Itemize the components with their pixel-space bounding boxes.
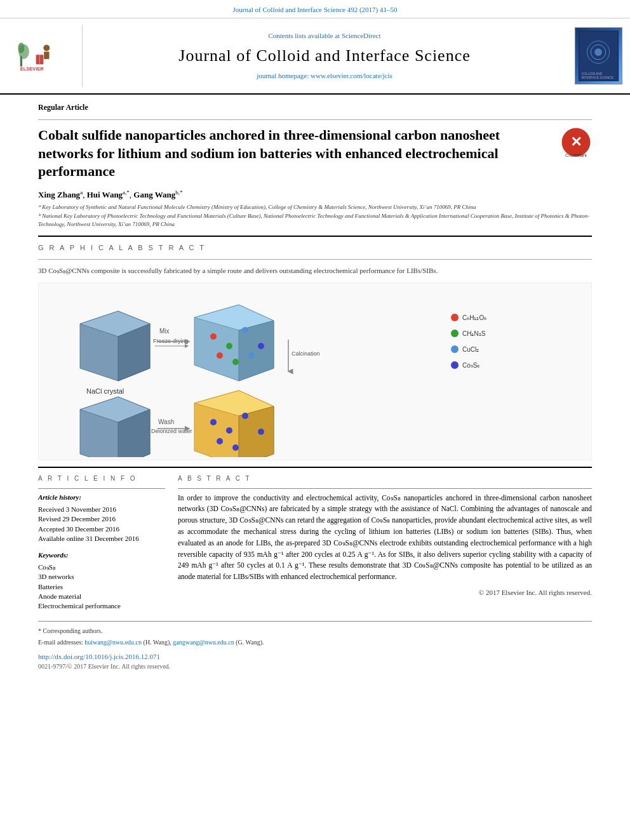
journal-title-text: Journal of Colloid and Interface Science bbox=[178, 44, 470, 67]
svg-point-45 bbox=[226, 427, 232, 434]
svg-point-28 bbox=[210, 333, 217, 340]
email-hui-wang[interactable]: huiwang@nwu.edu.cn bbox=[84, 639, 142, 646]
accepted-date: Accepted 30 December 2016 bbox=[38, 524, 165, 534]
svg-text:Mix: Mix bbox=[159, 328, 170, 335]
science-direct-link[interactable]: ScienceDirect bbox=[342, 32, 381, 39]
author-gang-wang: Gang Wang bbox=[133, 190, 175, 199]
crossmark-icon[interactable]: ✕ CrossMark bbox=[560, 126, 592, 158]
main-content: Regular Article Cobalt sulfide nanoparti… bbox=[0, 95, 630, 679]
keyword-5: Electrochemical performance bbox=[38, 601, 165, 611]
author-xing-zhang: Xing Zhang bbox=[38, 190, 80, 199]
article-history-label: Article history: bbox=[38, 493, 165, 502]
journal-homepage-line: journal homepage: www.elsevier.com/locat… bbox=[257, 71, 392, 81]
svg-text:Wash: Wash bbox=[158, 418, 174, 425]
doi-link[interactable]: http://dx.doi.org/10.1016/j.jcis.2016.12… bbox=[38, 653, 160, 660]
article-title: Cobalt sulfide nanoparticles anchored in… bbox=[38, 126, 554, 181]
author-hui-wang: Hui Wang bbox=[87, 190, 123, 199]
svg-point-34 bbox=[248, 352, 255, 359]
elsevier-logo-svg: ELSEVIER bbox=[13, 40, 70, 72]
graphical-abstract-image: NaCl crystal Mix Freeze-drying bbox=[38, 283, 592, 460]
svg-text:COLLOID AND: COLLOID AND bbox=[581, 72, 602, 76]
svg-text:Freeze-drying: Freeze-drying bbox=[153, 338, 189, 344]
svg-text:CrossMark: CrossMark bbox=[565, 153, 587, 157]
article-info-column: A R T I C L E I N F O Article history: R… bbox=[38, 474, 165, 611]
keywords-label: Keywords: bbox=[38, 550, 165, 560]
svg-point-46 bbox=[242, 413, 248, 419]
keyword-4: Anode material bbox=[38, 592, 165, 601]
svg-text:✕: ✕ bbox=[570, 134, 582, 150]
svg-point-44 bbox=[210, 419, 217, 425]
svg-text:NaCl crystal: NaCl crystal bbox=[86, 387, 124, 395]
article-type-label: Regular Article bbox=[38, 102, 592, 113]
svg-point-57 bbox=[451, 361, 459, 369]
keyword-2: 3D networks bbox=[38, 572, 165, 582]
svg-point-55 bbox=[451, 345, 459, 353]
svg-text:Calcination: Calcination bbox=[292, 350, 320, 357]
svg-text:CuCl₂: CuCl₂ bbox=[462, 346, 479, 353]
svg-point-49 bbox=[232, 444, 239, 451]
svg-text:Co₉S₈: Co₉S₈ bbox=[462, 362, 479, 369]
journal-title-section: Contents lists available at ScienceDirec… bbox=[83, 25, 566, 87]
authors-line: Xing Zhanga, Hui Wanga,*, Gang Wangb,* bbox=[38, 189, 592, 201]
process-diagram-svg: NaCl crystal Mix Freeze-drying bbox=[42, 286, 588, 457]
issn-text: 0021-9797/© 2017 Elsevier Inc. All right… bbox=[38, 662, 592, 671]
journal-reference-bar: Journal of Colloid and Interface Science… bbox=[0, 0, 630, 18]
journal-cover-image: COLLOID AND INTERFACE SCIENCE bbox=[575, 27, 622, 84]
svg-point-47 bbox=[258, 429, 264, 435]
homepage-url[interactable]: www.elsevier.com/locate/jcis bbox=[311, 72, 392, 79]
article-info-label: A R T I C L E I N F O bbox=[38, 474, 165, 483]
abstract-text: In order to improve the conductivity and… bbox=[178, 493, 592, 583]
abstract-column: A B S T R A C T In order to improve the … bbox=[178, 474, 592, 611]
abstract-label: A B S T R A C T bbox=[178, 474, 592, 483]
keyword-3: Batteries bbox=[38, 582, 165, 592]
contents-available-line: Contents lists available at ScienceDirec… bbox=[268, 31, 380, 41]
svg-rect-4 bbox=[44, 52, 49, 60]
title-section: Cobalt sulfide nanoparticles anchored in… bbox=[38, 126, 592, 189]
footnotes-section: * Corresponding authors. E-mail addresse… bbox=[38, 621, 592, 671]
graphical-abstract-label: G R A P H I C A L A B S T R A C T bbox=[38, 243, 592, 253]
svg-point-33 bbox=[232, 359, 239, 365]
journal-reference-link[interactable]: Journal of Colloid and Interface Science… bbox=[232, 6, 397, 13]
affiliation-a: ᵃ Key Laboratory of Synthetic and Natura… bbox=[38, 203, 592, 212]
corresponding-authors-note: * Corresponding authors. bbox=[38, 627, 592, 636]
graphical-abstract-description: 3D Co₉S₈@CNNs composite is successfully … bbox=[38, 266, 592, 276]
svg-point-51 bbox=[451, 314, 459, 321]
affiliations-section: ᵃ Key Laboratory of Synthetic and Natura… bbox=[38, 203, 592, 229]
svg-text:C₆H₁₂O₆: C₆H₁₂O₆ bbox=[462, 314, 486, 321]
svg-point-32 bbox=[217, 352, 223, 359]
svg-point-12 bbox=[594, 48, 602, 56]
svg-point-2 bbox=[18, 43, 24, 53]
journal-header: ELSEVIER Contents lists available at Sci… bbox=[0, 18, 630, 95]
email-addresses-line: E-mail addresses: huiwang@nwu.edu.cn (H.… bbox=[38, 638, 592, 647]
copyright-line: © 2017 Elsevier Inc. All rights reserved… bbox=[178, 588, 592, 597]
svg-point-30 bbox=[242, 327, 248, 333]
available-date: Available online 31 December 2016 bbox=[38, 534, 165, 543]
svg-point-29 bbox=[226, 343, 232, 349]
svg-point-48 bbox=[217, 438, 223, 444]
received-date: Received 3 November 2016 bbox=[38, 505, 165, 514]
svg-point-3 bbox=[43, 45, 50, 51]
article-info-abstract-section: A R T I C L E I N F O Article history: R… bbox=[38, 474, 592, 611]
revised-date: Revised 29 December 2016 bbox=[38, 514, 165, 524]
affiliation-b: ᵇ National Key Laboratory of Photoelectr… bbox=[38, 212, 592, 229]
email-gang-wang[interactable]: gangwang@nwu.edu.cn bbox=[173, 639, 234, 646]
svg-point-53 bbox=[451, 330, 459, 337]
keyword-1: Co₉S₈ bbox=[38, 563, 165, 572]
elsevier-logo-section: ELSEVIER bbox=[0, 25, 83, 87]
svg-text:CH₄N₂S: CH₄N₂S bbox=[462, 330, 486, 337]
svg-text:INTERFACE SCIENCE: INTERFACE SCIENCE bbox=[581, 76, 613, 79]
journal-cover-section: COLLOID AND INTERFACE SCIENCE bbox=[566, 25, 630, 87]
svg-point-31 bbox=[258, 343, 264, 349]
svg-text:ELSEVIER: ELSEVIER bbox=[20, 67, 44, 72]
